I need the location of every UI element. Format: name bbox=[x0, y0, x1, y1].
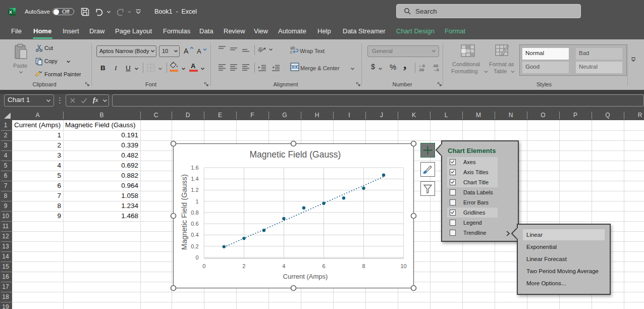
svg-text:X: X bbox=[9, 9, 13, 15]
svg-text:Magnetic Field (Gauss): Magnetic Field (Gauss) bbox=[250, 149, 341, 160]
svg-text:→0: →0 bbox=[433, 68, 439, 72]
svg-text:10: 10 bbox=[400, 263, 406, 269]
svg-text:1: 1 bbox=[195, 198, 198, 204]
svg-text:0.6: 0.6 bbox=[191, 221, 198, 227]
svg-text:1.2: 1.2 bbox=[191, 187, 198, 193]
svg-text:Magnetic Field (Gauss): Magnetic Field (Gauss) bbox=[180, 174, 188, 250]
svg-text:0.8: 0.8 bbox=[191, 210, 198, 216]
svg-text:0: 0 bbox=[202, 263, 205, 269]
svg-text:1.6: 1.6 bbox=[191, 165, 198, 171]
svg-text:8: 8 bbox=[362, 263, 365, 269]
svg-text:6: 6 bbox=[322, 263, 325, 269]
svg-text:.00: .00 bbox=[418, 68, 424, 72]
svg-text:0.4: 0.4 bbox=[191, 232, 198, 238]
svg-text:2: 2 bbox=[242, 263, 245, 269]
svg-text:1.4: 1.4 bbox=[191, 176, 198, 182]
svg-text:0: 0 bbox=[195, 254, 198, 261]
svg-text:Current (Amps): Current (Amps) bbox=[283, 273, 328, 280]
svg-text:0.2: 0.2 bbox=[191, 243, 198, 249]
svg-text:4: 4 bbox=[282, 263, 285, 269]
